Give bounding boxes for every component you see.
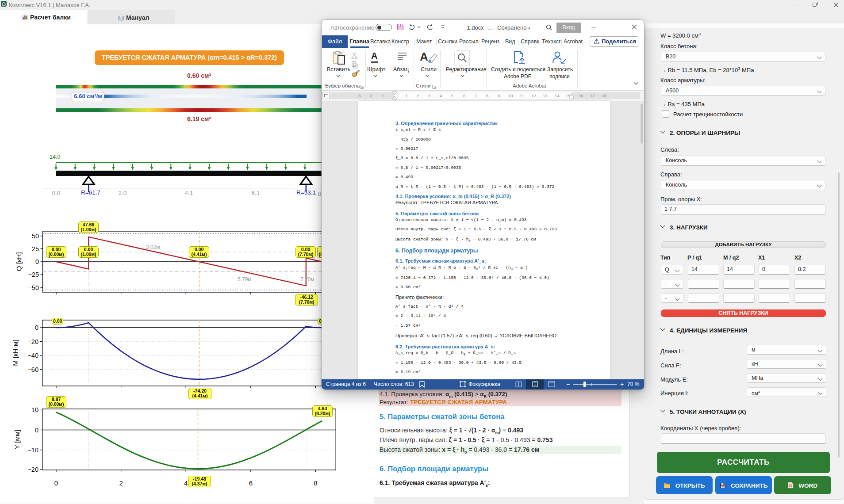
- svg-text:4.1: 4.1: [185, 190, 193, 196]
- svg-text:8: 8: [314, 479, 317, 486]
- svg-text:4: 4: [184, 479, 188, 486]
- svg-text:0: 0: [35, 258, 39, 265]
- svg-text:0: 0: [54, 479, 58, 486]
- svg-text:Y [мм]: Y [мм]: [13, 430, 21, 449]
- svg-text:−50: −50: [28, 284, 39, 291]
- svg-text:Q [кН]: Q [кН]: [15, 252, 23, 271]
- svg-text:−40: −40: [27, 352, 38, 359]
- svg-text:−25: −25: [28, 271, 39, 278]
- svg-text:0: 0: [35, 324, 38, 331]
- svg-text:10: 10: [31, 406, 38, 413]
- svg-text:−20: −20: [27, 466, 38, 473]
- svg-text:14.0: 14.0: [50, 154, 60, 160]
- svg-text:−60: −60: [27, 366, 38, 373]
- svg-text:R=53.1: R=53.1: [296, 189, 316, 196]
- svg-text:2: 2: [119, 479, 123, 486]
- svg-text:−10: −10: [27, 447, 38, 454]
- svg-text:6: 6: [249, 479, 253, 486]
- svg-text:W: W: [789, 485, 792, 487]
- svg-text:0: 0: [35, 427, 38, 434]
- svg-text:R=61.7: R=61.7: [81, 189, 100, 196]
- svg-text:−20: −20: [27, 338, 38, 345]
- svg-text:6.1: 6.1: [252, 190, 260, 196]
- svg-text:25: 25: [32, 245, 39, 252]
- svg-text:8: 8: [318, 191, 321, 197]
- svg-text:M [кН·м]: M [кН·м]: [12, 340, 19, 366]
- svg-text:2.0: 2.0: [119, 190, 127, 196]
- svg-text:50: 50: [32, 233, 39, 240]
- svg-text:0.0: 0.0: [52, 190, 61, 196]
